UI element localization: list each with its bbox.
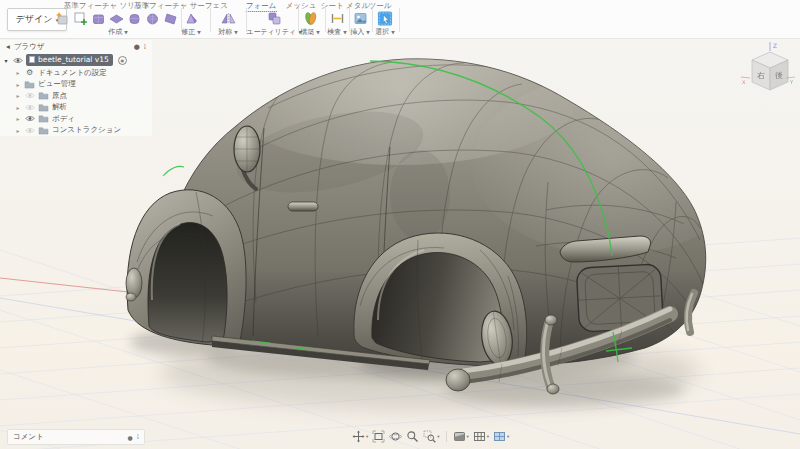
fit-button[interactable] bbox=[372, 430, 385, 443]
insert-group-label[interactable]: 挿入▼ bbox=[350, 27, 369, 37]
view-cube[interactable]: Z 右 後 X Y bbox=[738, 40, 798, 98]
display-settings-button[interactable]: ▾ bbox=[453, 430, 469, 443]
visibility-eye-off-icon[interactable] bbox=[24, 92, 35, 99]
caret-right-icon[interactable]: ▸ bbox=[15, 92, 21, 99]
grid-icon bbox=[473, 430, 486, 443]
record-icon[interactable]: ● bbox=[128, 434, 133, 441]
document-root-chip[interactable]: beetle_tutorial v15 bbox=[26, 54, 113, 66]
top-toolbar: デザイン ▾ 基準フィーチャ ソリッド 基準フィーチャ サーフェス フォーム メ… bbox=[0, 0, 800, 39]
caret-down-icon: ▼ bbox=[391, 30, 394, 35]
browser-item-bodies[interactable]: ▸ ボディ bbox=[0, 113, 152, 125]
modify-button[interactable] bbox=[183, 10, 199, 26]
caret-right-icon[interactable]: ▸ bbox=[15, 115, 21, 122]
caret-right-icon[interactable]: ▸ bbox=[15, 104, 21, 111]
utilities-group-label[interactable]: ユーティリティ▼ bbox=[246, 27, 301, 37]
create-group-label[interactable]: 作成▼ bbox=[108, 27, 127, 37]
navigation-bar: ▾ ▾ bbox=[352, 429, 509, 444]
magnifier-icon bbox=[406, 430, 419, 443]
browser-panel: ◂ ブラウザ ● ⁞ ▾ beetle_tutorial v15 ● ▸ ⚙ ド… bbox=[0, 40, 152, 136]
front-fender[interactable] bbox=[127, 190, 246, 346]
design-menu-label: デザイン bbox=[16, 13, 53, 26]
zoom-button[interactable] bbox=[406, 430, 419, 443]
browser-root-row[interactable]: ▾ beetle_tutorial v15 ● bbox=[0, 53, 152, 67]
folder-icon bbox=[38, 91, 49, 100]
purple-cylinder-icon bbox=[127, 11, 142, 26]
pan-button[interactable]: ▾ bbox=[352, 430, 368, 443]
panel-menu-icon[interactable]: ⁞ bbox=[137, 433, 139, 441]
caret-right-icon[interactable]: ▸ bbox=[15, 81, 21, 88]
insert-button[interactable] bbox=[352, 10, 368, 26]
ground-toggle-icon[interactable]: ● bbox=[118, 56, 127, 65]
folder-icon bbox=[38, 103, 49, 112]
symmetry-button[interactable] bbox=[220, 10, 236, 26]
viewcube-right-label: 右 bbox=[757, 71, 765, 80]
select-group-label[interactable]: 選択▼ bbox=[375, 27, 394, 37]
caret-down-icon: ▾ bbox=[366, 434, 368, 439]
browser-title: ブラウザ bbox=[14, 42, 45, 52]
document-icon bbox=[29, 56, 35, 63]
mirror-icon bbox=[221, 11, 236, 26]
browser-item-origin[interactable]: ▸ 原点 bbox=[0, 90, 152, 102]
browser-item-view-management[interactable]: ▸ ビュー管理 bbox=[0, 79, 152, 91]
comments-panel[interactable]: コメント ● ⁞ bbox=[7, 429, 145, 445]
record-icon[interactable]: ● bbox=[134, 43, 140, 51]
measure-icon bbox=[330, 11, 345, 26]
caret-right-icon[interactable]: ▸ bbox=[15, 127, 21, 134]
primitive-plane-button[interactable] bbox=[108, 10, 124, 26]
collapse-panel-icon[interactable]: ◂ bbox=[6, 42, 10, 51]
orbit-icon bbox=[389, 430, 402, 443]
caret-down-icon: ▼ bbox=[124, 30, 127, 35]
grid-snap-button[interactable]: ▾ bbox=[473, 430, 489, 443]
inspect-button[interactable] bbox=[329, 10, 345, 26]
utilities-button[interactable] bbox=[266, 10, 282, 26]
gear-icon: ⚙ bbox=[26, 69, 33, 77]
primitive-cylinder-button[interactable] bbox=[126, 10, 142, 26]
comments-label: コメント bbox=[13, 432, 44, 442]
visibility-eye-icon[interactable] bbox=[12, 57, 23, 64]
visibility-eye-off-icon[interactable] bbox=[24, 127, 35, 134]
caret-down-icon: ▼ bbox=[366, 30, 369, 35]
caret-down-icon: ▾ bbox=[487, 434, 489, 439]
edit-form-icon bbox=[184, 11, 199, 26]
car-model[interactable] bbox=[126, 25, 752, 394]
construct-group-label[interactable]: 構築▼ bbox=[300, 27, 319, 37]
browser-item-construction[interactable]: ▸ コンストラクション bbox=[0, 125, 152, 137]
browser-header: ◂ ブラウザ ● ⁞ bbox=[0, 40, 152, 53]
symmetry-group-label[interactable]: 対称▼ bbox=[218, 27, 237, 37]
panel-menu-icon[interactable]: ⁞ bbox=[144, 43, 146, 51]
door-handle bbox=[288, 202, 318, 211]
caret-right-icon[interactable]: ▸ bbox=[15, 69, 21, 76]
caret-down-icon: ▼ bbox=[343, 30, 346, 35]
primitive-face-button[interactable] bbox=[162, 10, 178, 26]
purple-quadball-icon bbox=[145, 11, 160, 26]
caret-expanded-icon[interactable]: ▾ bbox=[3, 57, 9, 64]
construct-button[interactable] bbox=[302, 10, 318, 26]
visibility-eye-icon[interactable] bbox=[24, 115, 35, 122]
primitive-quadball-button[interactable] bbox=[144, 10, 160, 26]
viewports-icon bbox=[493, 430, 506, 443]
create-form-button[interactable] bbox=[54, 10, 70, 26]
purple-face-icon bbox=[163, 11, 178, 26]
browser-item-analysis[interactable]: ▸ 解析 bbox=[0, 102, 152, 114]
axis-z-label: Z bbox=[773, 42, 777, 49]
primitive-box-button[interactable] bbox=[90, 10, 106, 26]
sketch-plus-icon bbox=[73, 11, 88, 26]
folder-icon bbox=[38, 126, 49, 135]
axis-x-label: X bbox=[742, 79, 746, 85]
viewports-button[interactable]: ▾ bbox=[493, 430, 509, 443]
visibility-eye-off-icon[interactable] bbox=[24, 104, 35, 111]
modify-group-label[interactable]: 修正▼ bbox=[181, 27, 200, 37]
caret-down-icon: ▼ bbox=[234, 30, 237, 35]
box-star-icon bbox=[55, 11, 70, 26]
zoom-window-button[interactable]: ▾ bbox=[423, 430, 439, 443]
orbit-button[interactable] bbox=[389, 430, 402, 443]
inspect-group-label[interactable]: 検査▼ bbox=[327, 27, 346, 37]
insert-image-icon bbox=[353, 11, 368, 26]
purple-box-icon bbox=[91, 11, 106, 26]
browser-item-document-settings[interactable]: ▸ ⚙ ドキュメントの設定 bbox=[0, 67, 152, 79]
create-sketch-button[interactable] bbox=[72, 10, 88, 26]
select-button[interactable] bbox=[377, 10, 393, 26]
caret-down-icon: ▾ bbox=[437, 434, 439, 439]
caret-down-icon: ▼ bbox=[197, 30, 200, 35]
viewcube-back-label: 後 bbox=[775, 71, 783, 80]
